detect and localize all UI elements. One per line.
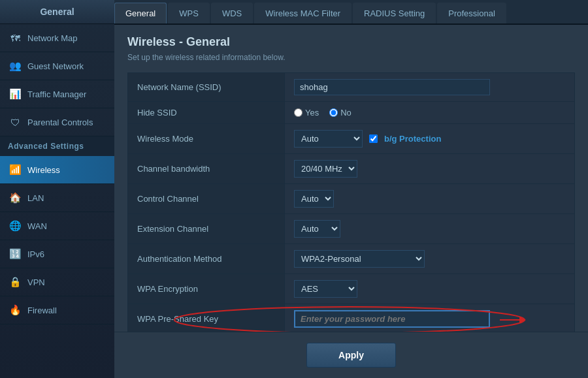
sidebar-item-label: Firewall (27, 306, 57, 315)
wireless-mode-select[interactable]: Auto 11g Only 11n Only 11b/g Mixed (294, 130, 363, 148)
traffic-manager-icon: 📊 (8, 87, 22, 101)
apply-button[interactable]: Apply (306, 343, 396, 368)
sidebar-item-wan[interactable]: 🌐 WAN (0, 212, 114, 240)
bg-protection-label: b/g Protection (384, 134, 441, 144)
sidebar-item-label: Parental Controls (27, 118, 93, 127)
hide-ssid-no-radio[interactable] (329, 108, 338, 117)
wpa-encryption-row: WPA Encryption AES TKIP AES+TKIP (128, 274, 575, 304)
wpa-encryption-select[interactable]: AES TKIP AES+TKIP (294, 280, 357, 298)
bg-protection-checkbox[interactable] (369, 134, 378, 143)
guest-network-icon: 👥 (8, 59, 22, 73)
control-channel-select[interactable]: Auto 1 6 11 (294, 190, 334, 208)
wpa-encryption-cell: AES TKIP AES+TKIP (285, 274, 575, 304)
hide-ssid-no-label[interactable]: No (329, 108, 351, 118)
network-map-icon: 🗺 (8, 31, 22, 45)
main-content: General WPS WDS Wireless MAC Filter RADI… (114, 0, 588, 378)
ssid-cell (285, 73, 575, 102)
tab-wireless-mac-filter[interactable]: Wireless MAC Filter (254, 3, 351, 24)
svg-marker-2 (519, 317, 526, 323)
advanced-settings-label: Advanced Settings (0, 136, 114, 156)
lan-icon: 🏠 (8, 191, 22, 205)
extension-channel-select[interactable]: Auto Above Below (294, 220, 340, 238)
general-section-label: General (0, 0, 114, 24)
apply-area: Apply (114, 332, 588, 378)
auth-method-select[interactable]: WPA2-Personal WPA-Personal WPA2-Enterpri… (294, 250, 425, 268)
firewall-icon: 🔥 (8, 303, 22, 317)
auth-method-cell: WPA2-Personal WPA-Personal WPA2-Enterpri… (285, 244, 575, 274)
channel-bandwidth-row: Channel bandwidth 20/40 MHz 20 MHz 40 MH… (128, 154, 575, 184)
vpn-icon: 🔒 (8, 275, 22, 289)
wpa-psk-cell (285, 304, 575, 332)
wireless-mode-label: Wireless Mode (128, 124, 285, 154)
sidebar-item-wireless[interactable]: 📶 Wireless (0, 156, 114, 184)
sidebar-item-network-map[interactable]: 🗺 Network Map (0, 24, 114, 52)
hide-ssid-radio-group: Yes No (294, 108, 565, 118)
ssid-input[interactable] (294, 79, 490, 95)
sidebar-item-label: WAN (27, 221, 47, 231)
extension-channel-row: Extension Channel Auto Above Below (128, 214, 575, 244)
sidebar-item-vpn[interactable]: 🔒 VPN (0, 268, 114, 296)
wpa-encryption-label: WPA Encryption (128, 274, 285, 304)
sidebar-item-parental-controls[interactable]: 🛡 Parental Controls (0, 108, 114, 136)
sidebar-item-firewall[interactable]: 🔥 Firewall (0, 296, 114, 324)
sidebar-item-label: Guest Network (27, 61, 84, 71)
channel-bandwidth-cell: 20/40 MHz 20 MHz 40 MHz (285, 154, 575, 184)
sidebar-item-label: VPN (27, 277, 45, 287)
wan-icon: 🌐 (8, 219, 22, 233)
ipv6-icon: 🔢 (8, 247, 22, 261)
wpa-psk-row: WPA Pre-Shared Key (128, 304, 575, 332)
tab-general[interactable]: General (114, 3, 167, 24)
extension-channel-label: Extension Channel (128, 214, 285, 244)
channel-bandwidth-select[interactable]: 20/40 MHz 20 MHz 40 MHz (294, 160, 357, 178)
wireless-mode-cell: Auto 11g Only 11n Only 11b/g Mixed b/g P… (285, 124, 575, 154)
sidebar-item-ipv6[interactable]: 🔢 IPv6 (0, 240, 114, 268)
sidebar-item-label: Network Map (27, 33, 78, 43)
sidebar: General 🗺 Network Map 👥 Guest Network 📊 … (0, 0, 114, 378)
sidebar-item-label: LAN (27, 193, 44, 203)
wireless-icon: 📶 (8, 163, 22, 177)
sidebar-item-label: Wireless (27, 165, 60, 175)
parental-controls-icon: 🛡 (8, 115, 22, 129)
auth-method-row: Authentication Method WPA2-Personal WPA-… (128, 244, 575, 274)
tabs-bar: General WPS WDS Wireless MAC Filter RADI… (114, 0, 588, 25)
page-title: Wireless - General (127, 35, 575, 49)
sidebar-item-label: IPv6 (27, 249, 44, 259)
sidebar-item-traffic-manager[interactable]: 📊 Traffic Manager (0, 80, 114, 108)
tab-wds[interactable]: WDS (211, 3, 253, 24)
hide-ssid-row: Hide SSID Yes No (128, 102, 575, 124)
channel-bandwidth-label: Channel bandwidth (128, 154, 285, 184)
control-channel-cell: Auto 1 6 11 (285, 184, 575, 214)
hide-ssid-yes-label[interactable]: Yes (294, 108, 319, 118)
hide-ssid-cell: Yes No (285, 102, 575, 124)
hide-ssid-label: Hide SSID (128, 102, 285, 124)
tab-professional[interactable]: Professional (437, 3, 506, 24)
wireless-mode-group: Auto 11g Only 11n Only 11b/g Mixed b/g P… (294, 130, 565, 148)
sidebar-item-guest-network[interactable]: 👥 Guest Network (0, 52, 114, 80)
wpa-psk-input[interactable] (294, 310, 490, 328)
extension-channel-cell: Auto Above Below (285, 214, 575, 244)
settings-form: Network Name (SSID) Hide SSID Yes No (127, 72, 575, 332)
page-subtitle: Set up the wireless related information … (127, 53, 575, 62)
tab-wps[interactable]: WPS (168, 3, 210, 24)
content-area: Wireless - General Set up the wireless r… (114, 25, 588, 332)
sidebar-item-label: Traffic Manager (27, 89, 86, 99)
wireless-mode-row: Wireless Mode Auto 11g Only 11n Only 11b… (128, 124, 575, 154)
sidebar-item-lan[interactable]: 🏠 LAN (0, 184, 114, 212)
hide-ssid-yes-radio[interactable] (294, 108, 302, 117)
wpa-psk-label: WPA Pre-Shared Key (128, 304, 285, 332)
ssid-label: Network Name (SSID) (128, 73, 285, 102)
control-channel-row: Control Channel Auto 1 6 11 (128, 184, 575, 214)
ssid-row: Network Name (SSID) (128, 73, 575, 102)
tab-radius-setting[interactable]: RADIUS Setting (353, 3, 436, 24)
control-channel-label: Control Channel (128, 184, 285, 214)
auth-method-label: Authentication Method (128, 244, 285, 274)
